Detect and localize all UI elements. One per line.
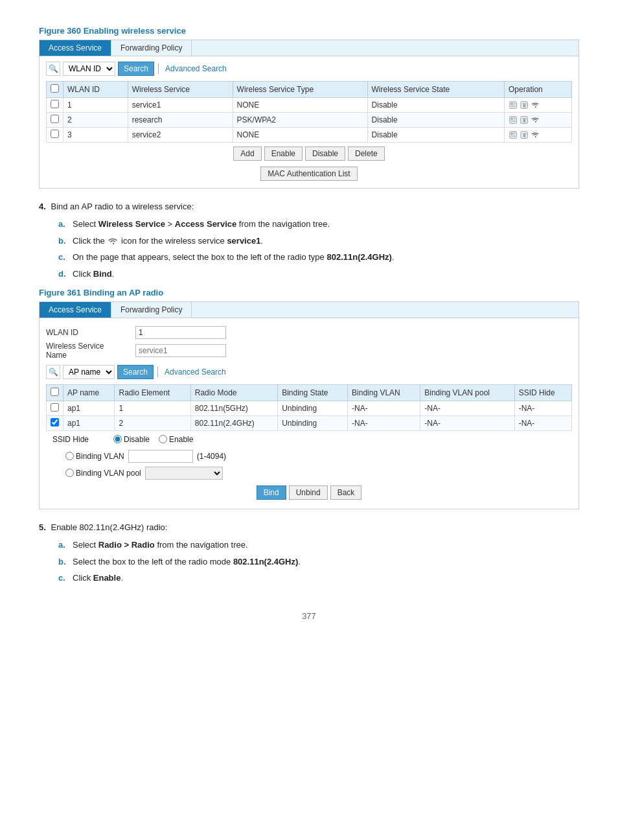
row-state: Disable xyxy=(367,113,504,128)
svg-rect-8 xyxy=(523,104,525,107)
step-4-text: Bind an AP radio to a wireless service: xyxy=(51,202,194,211)
binding-vlan-pool-radio[interactable] xyxy=(65,469,74,477)
back-btn-361[interactable]: Back xyxy=(330,485,362,500)
col-radioel-361: Radio Element xyxy=(115,384,190,401)
mac-auth-row-360: MAC Authentication List xyxy=(46,165,572,183)
separator-360 xyxy=(158,64,159,74)
ssid-disable-option[interactable]: Disable xyxy=(113,435,150,444)
substep-5b-letter: b. xyxy=(58,555,67,569)
delete-btn-360[interactable]: Delete xyxy=(348,146,385,161)
row-check[interactable] xyxy=(47,401,63,415)
unbind-btn-361[interactable]: Unbind xyxy=(289,485,328,500)
row-check[interactable] xyxy=(47,113,63,128)
tab-forwarding-policy-361[interactable]: Forwarding Policy xyxy=(111,302,192,318)
substep-4c-letter: c. xyxy=(58,251,67,264)
edit-icon[interactable] xyxy=(509,100,518,110)
row-apname: ap1 xyxy=(63,415,115,430)
vlan-range-label: (1-4094) xyxy=(197,452,226,461)
row-bindstate: Unbinding xyxy=(278,415,348,430)
ssid-enable-option[interactable]: Enable xyxy=(159,435,193,444)
col-check-360 xyxy=(47,82,63,98)
table-row: ap1 2 802.11n(2.4GHz) Unbinding -NA- -NA… xyxy=(47,415,572,430)
binding-vlan-input[interactable] xyxy=(128,450,193,463)
wifi-op-icon[interactable] xyxy=(531,130,540,139)
substep-4d-letter: d. xyxy=(58,268,67,281)
table-361: AP name Radio Element Radio Mode Binding… xyxy=(46,384,572,431)
tab-access-service-360[interactable]: Access Service xyxy=(40,40,111,56)
row-check[interactable] xyxy=(47,98,63,113)
add-btn-360[interactable]: Add xyxy=(233,146,261,161)
enable-btn-360[interactable]: Enable xyxy=(264,146,303,161)
wifi-op-icon[interactable] xyxy=(531,115,540,124)
figure-361-title: Figure 361 Binding an AP radio xyxy=(39,288,579,298)
col-ssidhide-361: SSID Hide xyxy=(514,384,571,401)
svg-rect-22 xyxy=(510,135,515,135)
svg-rect-3 xyxy=(513,104,515,104)
search-dropdown-361[interactable]: AP name xyxy=(63,365,115,379)
ssid-disable-radio[interactable] xyxy=(113,435,122,443)
search-dropdown-360[interactable]: WLAN ID xyxy=(63,62,115,76)
adv-search-link-361[interactable]: Advanced Search xyxy=(165,368,226,377)
adv-search-link-360[interactable]: Advanced Search xyxy=(165,64,227,73)
row-bindvlanpool: -NA- xyxy=(420,415,514,430)
binding-vlan-pool-select[interactable] xyxy=(145,467,223,480)
servicename-label-361: Wireless ServiceName xyxy=(46,342,130,360)
figure-361: Figure 361 Binding an AP radio Access Se… xyxy=(39,288,579,509)
delete-row-icon[interactable] xyxy=(520,100,529,110)
panel-body-361: WLAN ID Wireless ServiceName 🔍 AP name S… xyxy=(40,318,578,509)
step-5-num: 5. xyxy=(39,522,46,532)
mac-auth-btn-360[interactable]: MAC Authentication List xyxy=(260,167,357,181)
edit-icon[interactable] xyxy=(509,115,518,124)
select-all-360[interactable] xyxy=(51,84,59,93)
svg-rect-19 xyxy=(510,132,512,134)
binding-vlan-radio[interactable] xyxy=(65,452,74,460)
row-wlanid: 1 xyxy=(63,98,128,113)
col-wlanid-360: WLAN ID xyxy=(63,82,128,98)
ssid-hide-group: SSID Hide Disable Enable xyxy=(46,431,572,448)
substep-5b: b. Select the box to the left of the rad… xyxy=(58,555,579,569)
delete-row-icon[interactable] xyxy=(520,130,529,139)
row-check[interactable] xyxy=(47,128,63,143)
tab-bar-361: Access Service Forwarding Policy xyxy=(40,302,578,318)
substep-5c: c. Click Enable. xyxy=(58,572,579,585)
tab-access-service-361[interactable]: Access Service xyxy=(40,302,111,318)
step-5-text: Enable 802.11n(2.4GHz) radio: xyxy=(51,522,167,532)
bind-btn-361[interactable]: Bind xyxy=(257,485,286,500)
search-button-360[interactable]: Search xyxy=(118,62,154,76)
row-operations xyxy=(505,128,572,143)
action-row-360: Add Enable Disable Delete xyxy=(46,143,572,165)
binding-vlan-option[interactable]: Binding VLAN xyxy=(65,452,124,461)
row-apname: ap1 xyxy=(63,401,115,415)
row-radioel: 2 xyxy=(115,415,190,430)
ssid-disable-label: Disable xyxy=(124,435,150,444)
servicename-input-361[interactable] xyxy=(135,344,226,357)
row-check[interactable] xyxy=(47,415,63,430)
row-bindvlan: -NA- xyxy=(348,401,420,415)
step-5: 5. Enable 802.11n(2.4GHz) radio: xyxy=(39,521,579,535)
disable-btn-360[interactable]: Disable xyxy=(305,146,345,161)
tab-forwarding-policy-360[interactable]: Forwarding Policy xyxy=(111,40,192,56)
step-4: 4. Bind an AP radio to a wireless servic… xyxy=(39,200,579,214)
wlanid-input-361[interactable] xyxy=(135,326,226,339)
delete-row-icon[interactable] xyxy=(520,115,529,124)
binding-vlan-pool-row: Binding VLAN pool xyxy=(46,465,572,482)
ssid-enable-radio[interactable] xyxy=(159,435,167,443)
figure-360: Figure 360 Enabling wireless service Acc… xyxy=(39,26,579,189)
binding-vlan-label: Binding VLAN xyxy=(76,452,124,461)
search-row-360: 🔍 WLAN ID Search Advanced Search xyxy=(46,62,572,76)
binding-vlan-pool-option[interactable]: Binding VLAN pool xyxy=(65,469,141,478)
search-button-361[interactable]: Search xyxy=(117,365,154,379)
substep-4b: b. Click the icon for the wireless servi… xyxy=(58,235,579,248)
col-bindvlan-361: Binding VLAN xyxy=(348,384,420,401)
edit-icon[interactable] xyxy=(509,130,518,139)
form-servicename-361: Wireless ServiceName xyxy=(46,342,572,360)
select-all-361[interactable] xyxy=(51,388,59,396)
wifi-op-icon[interactable] xyxy=(531,100,540,110)
wifi-icon xyxy=(107,237,119,245)
wlanid-label-361: WLAN ID xyxy=(46,328,130,337)
ssid-enable-label: Enable xyxy=(169,435,193,444)
col-service-type-360: Wireless Service Type xyxy=(233,82,367,98)
panel-361: Access Service Forwarding Policy WLAN ID… xyxy=(39,301,579,509)
substep-5b-text: Select the box to the left of the radio … xyxy=(73,555,301,569)
svg-rect-10 xyxy=(510,117,512,119)
